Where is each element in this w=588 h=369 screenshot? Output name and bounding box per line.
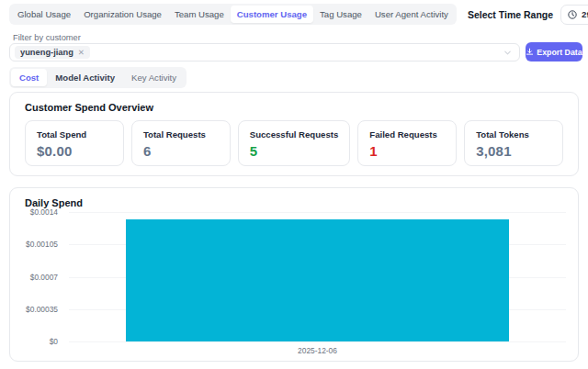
customer-tag-label: yuneng-jiang: [20, 48, 74, 57]
bar-2025-12-06[interactable]: [126, 219, 510, 341]
stat-value: 6: [143, 143, 219, 159]
stats-row: Total Spend $0.00 Total Requests 6 Succe…: [25, 120, 563, 166]
y-tick-label: $0.0014: [30, 207, 58, 217]
y-tick-label: $0.0007: [30, 273, 58, 282]
export-data-label: Export Data: [537, 48, 582, 57]
y-axis-labels: $0.0014$0.00105$0.0007$0.00035$0: [10, 212, 63, 341]
view-tab-bar: Cost Model Activity Key Activity: [9, 67, 187, 88]
stat-label: Successful Requests: [250, 129, 339, 140]
time-range-label: Select Time Range: [468, 9, 553, 20]
customer-tag: yuneng-jiang ✕: [15, 46, 90, 59]
stat-label: Failed Requests: [369, 129, 445, 140]
stat-value: $0.00: [37, 143, 112, 159]
stat-label: Total Tokens: [476, 129, 551, 140]
tab-model-activity[interactable]: Model Activity: [47, 69, 123, 86]
y-tick-label: $0.00105: [26, 240, 58, 249]
y-tick-label: $0.00035: [26, 305, 58, 314]
customer-filter-input[interactable]: yuneng-jiang ✕: [9, 43, 520, 62]
stat-total-requests: Total Requests 6: [131, 120, 231, 166]
stat-successful-requests: Successful Requests 5: [238, 120, 351, 166]
stat-label: Total Requests: [143, 129, 219, 140]
clock-icon: [568, 10, 577, 19]
tab-global-usage[interactable]: Global Usage: [11, 6, 77, 23]
tab-organization-usage[interactable]: Organization Usage: [77, 6, 168, 23]
stat-value: 1: [369, 143, 445, 159]
tab-tag-usage[interactable]: Tag Usage: [313, 6, 368, 23]
tab-cost[interactable]: Cost: [11, 69, 47, 86]
tab-team-usage[interactable]: Team Usage: [168, 6, 231, 23]
x-tick-label: 2025-12-06: [298, 346, 337, 355]
top-bar: Global Usage Organization Usage Team Usa…: [9, 4, 581, 25]
customer-spend-overview-card: Customer Spend Overview Total Spend $0.0…: [9, 92, 579, 176]
daily-spend-card: Daily Spend $0.0014$0.00105$0.0007$0.000…: [9, 187, 579, 362]
stat-total-tokens: Total Tokens 3,081: [464, 120, 563, 166]
stat-value: 5: [250, 143, 339, 159]
y-tick-label: $0: [50, 337, 58, 346]
stat-failed-requests: Failed Requests 1: [357, 120, 457, 166]
export-data-button[interactable]: Export Data: [526, 42, 582, 62]
tag-remove-icon[interactable]: ✕: [78, 48, 85, 57]
stat-value: 3,081: [476, 143, 551, 159]
usage-tab-bar: Global Usage Organization Usage Team Usa…: [9, 4, 457, 25]
overview-card-title: Customer Spend Overview: [25, 102, 153, 113]
tab-key-activity[interactable]: Key Activity: [123, 69, 185, 86]
gridline: [69, 212, 566, 213]
stat-total-spend: Total Spend $0.00: [25, 120, 124, 166]
tab-user-agent-activity[interactable]: User Agent Activity: [368, 6, 455, 23]
download-icon: [526, 48, 534, 56]
time-range-select[interactable]: 29 Nov, 13:21 - 6 Dec, 13:21: [560, 5, 588, 25]
chevron-down-icon[interactable]: [503, 49, 512, 57]
gridline: [69, 341, 566, 342]
filter-by-customer-label: Filter by customer: [13, 33, 81, 42]
time-range-value: 29 Nov, 13:21 - 6 Dec, 13:21: [582, 9, 588, 19]
plot-area: 2025-12-06: [69, 212, 566, 341]
stat-label: Total Spend: [37, 129, 112, 140]
tab-customer-usage[interactable]: Customer Usage: [231, 6, 313, 23]
customer-usage-dashboard: Global Usage Organization Usage Team Usa…: [0, 0, 588, 369]
